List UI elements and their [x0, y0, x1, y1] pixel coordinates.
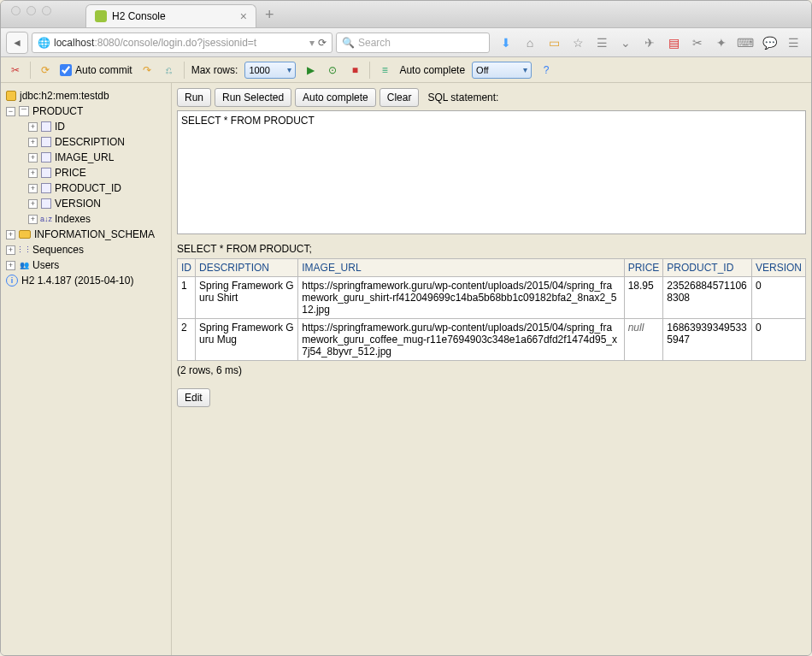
- auto-complete-button[interactable]: Auto complete: [295, 88, 376, 107]
- run-selected-button[interactable]: Run Selected: [215, 88, 291, 107]
- tree-table-product[interactable]: − PRODUCT: [4, 103, 168, 119]
- url-text: localhost:8080/console/login.do?jsession…: [54, 37, 306, 49]
- reload-icon[interactable]: ⟳: [318, 37, 327, 49]
- table-cell: 18.95: [624, 277, 663, 319]
- expand-icon[interactable]: +: [28, 184, 38, 193]
- auto-complete-select[interactable]: Off ▾: [472, 62, 532, 79]
- search-placeholder: Search: [358, 37, 391, 49]
- screenshot-icon[interactable]: ✂: [690, 35, 705, 50]
- back-button[interactable]: ◄: [6, 32, 28, 54]
- list-icon[interactable]: ☰: [594, 35, 609, 50]
- users-icon: 👥: [19, 260, 29, 270]
- tree-db[interactable]: jdbc:h2:mem:testdb: [4, 88, 168, 103]
- browser-action-icons: ⬇ ⌂ ▭ ☆ ☰ ⌄ ✈ ▤ ✂ ✦ ⌨ 💬 ☰: [493, 35, 806, 50]
- url-field[interactable]: 🌐 localhost:8080/console/login.do?jsessi…: [32, 33, 332, 53]
- keyboard-icon[interactable]: ⌨: [738, 35, 753, 50]
- commit-icon[interactable]: ↷: [139, 62, 155, 78]
- addon-icon[interactable]: ✦: [714, 35, 729, 50]
- table-cell: 0: [751, 319, 805, 361]
- table-header-row: ID DESCRIPTION IMAGE_URL PRICE PRODUCT_I…: [178, 259, 806, 277]
- help-icon[interactable]: ?: [538, 62, 554, 78]
- history-dropdown-icon[interactable]: ▾: [309, 37, 315, 49]
- auto-commit-checkbox[interactable]: [60, 64, 72, 76]
- new-tab-button[interactable]: +: [256, 3, 283, 27]
- sql-controls: Run Run Selected Auto complete Clear SQL…: [172, 83, 811, 110]
- table-cell: 168639393495335947: [663, 319, 752, 361]
- history-icon[interactable]: ≡: [377, 62, 392, 78]
- result-query: SELECT * FROM PRODUCT;: [177, 243, 806, 255]
- disconnect-icon[interactable]: ✂: [8, 62, 23, 78]
- close-tab-icon[interactable]: ×: [240, 9, 247, 23]
- search-field[interactable]: 🔍 Search: [336, 33, 490, 53]
- clear-button[interactable]: Clear: [380, 88, 420, 107]
- tree-info-schema[interactable]: +INFORMATION_SCHEMA: [4, 227, 168, 242]
- table-cell: https://springframework.guru/wp-content/…: [298, 319, 624, 361]
- tree-version: iH2 1.4.187 (2015-04-10): [4, 273, 168, 288]
- maximize-window-icon[interactable]: [42, 6, 51, 15]
- chat-icon[interactable]: 💬: [762, 35, 777, 50]
- col-header[interactable]: VERSION: [751, 259, 805, 277]
- tree-column[interactable]: +PRODUCT_ID: [4, 180, 168, 196]
- folder-icon[interactable]: ▭: [546, 35, 562, 50]
- table-icon: [19, 106, 29, 116]
- expand-icon[interactable]: +: [6, 245, 15, 255]
- expand-icon[interactable]: +: [28, 215, 38, 224]
- tree-users[interactable]: +👥Users: [4, 257, 168, 273]
- pocket-icon[interactable]: ⌄: [618, 35, 633, 50]
- window-controls: [11, 6, 51, 15]
- select-arrow-icon: ▾: [282, 65, 291, 74]
- download-icon[interactable]: ⬇: [498, 35, 514, 50]
- tree-column[interactable]: +IMAGE_URL: [4, 150, 168, 165]
- run-button[interactable]: Run: [177, 88, 211, 107]
- main-area: jdbc:h2:mem:testdb − PRODUCT +ID +DESCRI…: [1, 83, 811, 655]
- info-icon: i: [6, 275, 18, 287]
- stop-icon[interactable]: ■: [347, 62, 362, 78]
- table-cell: 0: [751, 277, 805, 319]
- send-icon[interactable]: ✈: [642, 35, 657, 50]
- tree-column[interactable]: +ID: [4, 119, 168, 134]
- tree-column[interactable]: +VERSION: [4, 196, 168, 211]
- expand-icon[interactable]: +: [28, 168, 38, 178]
- max-rows-select[interactable]: 1000 ▾: [244, 62, 296, 79]
- run-icon[interactable]: ▶: [303, 62, 318, 78]
- expand-icon[interactable]: +: [28, 138, 38, 147]
- h2-toolbar: ✂ ⟳ Auto commit ↷ ⎌ Max rows: 1000 ▾ ▶ ⊙…: [1, 57, 811, 83]
- tree-sequences[interactable]: +⋮⋮Sequences: [4, 242, 168, 257]
- browser-tab[interactable]: H2 Console ×: [85, 4, 256, 27]
- content-pane: Run Run Selected Auto complete Clear SQL…: [172, 83, 811, 655]
- column-icon: [41, 168, 51, 178]
- table-cell: Spring Framework Guru Shirt: [196, 277, 298, 319]
- close-window-icon[interactable]: [11, 6, 21, 15]
- favicon-icon: [95, 10, 107, 22]
- bookmark-star-icon[interactable]: ☆: [570, 35, 585, 50]
- collapse-icon[interactable]: −: [6, 107, 15, 116]
- table-cell: 235268845711068308: [663, 277, 752, 319]
- tree-column[interactable]: +PRICE: [4, 165, 168, 180]
- home-icon[interactable]: ⌂: [522, 35, 538, 50]
- run-selected-icon[interactable]: ⊙: [325, 62, 340, 78]
- tree-indexes[interactable]: +a↓zIndexes: [4, 211, 168, 227]
- col-header[interactable]: ID: [178, 259, 196, 277]
- expand-icon[interactable]: +: [28, 122, 38, 132]
- database-icon: [6, 91, 16, 101]
- rollback-icon[interactable]: ⎌: [162, 62, 177, 78]
- edit-button[interactable]: Edit: [177, 388, 210, 407]
- menu-icon[interactable]: ☰: [786, 35, 801, 50]
- expand-icon[interactable]: +: [6, 261, 15, 270]
- divider: [30, 62, 31, 79]
- col-header[interactable]: DESCRIPTION: [196, 259, 298, 277]
- minimize-window-icon[interactable]: [26, 6, 36, 15]
- pdf-icon[interactable]: ▤: [666, 35, 681, 50]
- sql-textarea[interactable]: [177, 110, 806, 234]
- expand-icon[interactable]: +: [28, 199, 38, 209]
- divider: [369, 62, 370, 79]
- results-area: SELECT * FROM PRODUCT; ID DESCRIPTION IM…: [172, 234, 811, 412]
- auto-commit-toggle[interactable]: Auto commit: [60, 64, 132, 76]
- col-header[interactable]: PRODUCT_ID: [663, 259, 752, 277]
- refresh-icon[interactable]: ⟳: [38, 62, 53, 78]
- expand-icon[interactable]: +: [28, 153, 38, 163]
- col-header[interactable]: PRICE: [624, 259, 663, 277]
- expand-icon[interactable]: +: [6, 230, 15, 239]
- col-header[interactable]: IMAGE_URL: [298, 259, 624, 277]
- tree-column[interactable]: +DESCRIPTION: [4, 134, 168, 150]
